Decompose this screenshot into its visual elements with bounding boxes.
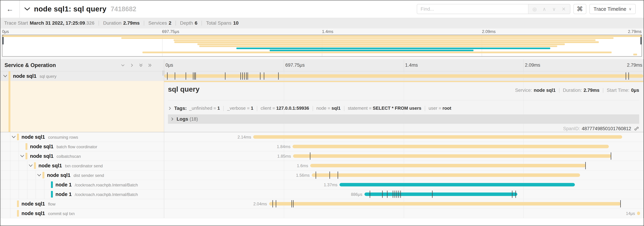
span-expander-chevron-icon[interactable]: [28, 164, 33, 167]
expand-one-chevron-right-icon[interactable]: [130, 63, 134, 68]
span-log-tick: [370, 191, 370, 198]
logs-accordion[interactable]: Logs (18): [168, 114, 639, 124]
span-timeline-cell: 2.04ms: [164, 199, 643, 208]
span-operation-name: /cockroach.roachpb.Internal/Batch: [75, 192, 138, 197]
span-bar[interactable]: [253, 135, 622, 139]
span-tree-cell: node sql1consuming rows: [0, 132, 164, 142]
trace-view-selector-button[interactable]: Trace Timeline ∨: [590, 4, 636, 14]
collapse-all-double-chevron-down-icon[interactable]: [139, 63, 143, 68]
span-expander-chevron-icon[interactable]: [3, 75, 7, 77]
start-time-value: 0μs: [631, 88, 639, 93]
span-row[interactable]: node sql1txn coordinator send1.6ms: [0, 161, 643, 170]
span-bar[interactable]: [164, 74, 643, 78]
span-row[interactable]: node sql1dist sender send1.56ms: [0, 170, 643, 180]
span-service-name: node 1/cockroach.roachpb.Internal/Batch: [56, 189, 138, 199]
span-bar[interactable]: [312, 173, 580, 177]
span-color-bar: [51, 191, 53, 197]
span-log-tick: [396, 191, 397, 198]
minimap-canvas[interactable]: [2, 35, 642, 57]
tree-guide-line: [10, 132, 10, 142]
back-button[interactable]: ←: [0, 0, 20, 18]
span-service-name: node sql1consuming rows: [22, 132, 78, 142]
span-operation-name: batch flow coordinator: [56, 144, 97, 149]
deep-link-icon[interactable]: [634, 126, 639, 131]
command-icon: ⌘: [577, 6, 583, 13]
span-bar[interactable]: [637, 211, 640, 215]
span-expander-chevron-icon[interactable]: [20, 155, 24, 157]
span-color-bar: [51, 181, 53, 188]
tree-guide-line: [2, 209, 2, 218]
collapse-one-chevron-down-icon[interactable]: [120, 63, 125, 68]
span-detail-row: sql query Service: node sql1 Duration: 2…: [0, 81, 643, 132]
span-log-tick: [393, 191, 393, 198]
find-prev-chevron-up-icon[interactable]: ∧: [540, 6, 549, 12]
span-row[interactable]: node sql1flow2.04ms: [0, 199, 643, 209]
span-service-name: node sql1batch flow coordinator: [30, 142, 97, 151]
span-detail-left-gutter: [0, 81, 164, 132]
span-operation-name: /cockroach.roachpb.Internal/Batch: [75, 183, 138, 187]
span-duration-label: 886μs: [351, 189, 362, 199]
collapse-controls: [120, 59, 152, 71]
span-log-tick: [225, 72, 226, 80]
keyboard-shortcuts-button[interactable]: ⌘: [574, 4, 586, 14]
minimap-span-bar: [142, 52, 612, 53]
minimap-span-bar: [270, 50, 474, 51]
timeline-gridline: [284, 170, 284, 180]
trace-info-label: Duration: [103, 20, 122, 26]
span-bar[interactable]: [340, 183, 575, 186]
find-next-chevron-down-icon[interactable]: ∨: [549, 6, 559, 12]
minimap-tick-label: 0μs: [2, 29, 9, 34]
span-row[interactable]: node sql1consuming rows2.14ms: [0, 132, 643, 142]
chevron-right-icon: [170, 117, 174, 121]
span-color-bar: [8, 71, 10, 81]
tree-guide-line: [2, 132, 2, 142]
column-resize-grip[interactable]: [162, 71, 165, 76]
collapse-trace-chevron-icon[interactable]: [24, 7, 30, 11]
span-log-tick: [244, 72, 245, 80]
span-tree-cell: node 1/cockroach.roachpb.Internal/Batch: [0, 189, 164, 199]
span-bar[interactable]: [292, 145, 609, 148]
minimap-tick-label: 2.79ms: [628, 29, 642, 34]
span-bar[interactable]: [293, 154, 611, 158]
span-expander-chevron-icon[interactable]: [12, 136, 16, 138]
logs-label: Logs: [176, 116, 188, 122]
span-row[interactable]: node sql1colbatchscan1.85ms: [0, 151, 643, 161]
find-input[interactable]: [417, 4, 528, 14]
span-color-bar: [26, 143, 28, 150]
tags-accordion[interactable]: Tags: _unfinished = 1_verbose = 1client …: [168, 103, 639, 113]
tag-separator: [344, 106, 344, 111]
minimap-span-bar: [198, 43, 565, 45]
span-row[interactable]: node sql1commit sql txn14μs: [0, 209, 643, 218]
timeline-gridline: [524, 189, 524, 199]
tree-guide-line: [2, 151, 2, 161]
expand-all-double-chevron-right-icon[interactable]: [148, 63, 152, 68]
service-label: Service:: [515, 88, 532, 93]
axis-tick-label: 697.75μs: [284, 59, 305, 71]
tree-guide-line: [2, 161, 2, 170]
tree-guide-line: [2, 142, 2, 151]
clear-find-close-icon[interactable]: ✕: [559, 6, 568, 12]
tree-guide-line: [10, 170, 10, 180]
span-row[interactable]: node 1/cockroach.roachpb.Internal/Batch8…: [0, 189, 643, 199]
span-log-tick: [387, 191, 388, 198]
trace-timeline-page: ← node sql1: sql query 7418682 ◎ ∧ ∨ ✕ ⌘: [0, 0, 644, 226]
span-color-bar: [8, 81, 10, 132]
span-expander-chevron-icon[interactable]: [37, 174, 41, 176]
span-duration-label: 14μs: [626, 209, 635, 218]
span-log-tick: [338, 171, 338, 179]
trace-info-value: 2.79ms: [123, 20, 140, 26]
tree-guide-line: [10, 189, 10, 199]
span-row[interactable]: node 1/cockroach.roachpb.Internal/Batch1…: [0, 180, 643, 189]
span-duration-label: 1.85ms: [277, 151, 291, 161]
span-bar[interactable]: [269, 202, 621, 205]
tag-separator: [313, 106, 313, 111]
minimap-span-row: [2, 37, 642, 39]
span-row[interactable]: node sql1sql query: [0, 71, 643, 81]
span-bar[interactable]: [310, 164, 586, 167]
span-row[interactable]: node sql1batch flow coordinator1.84ms: [0, 142, 643, 151]
locate-span-icon[interactable]: ◎: [530, 6, 540, 12]
trace-summary-bar: Trace StartMarch 31 2022, 17:25:09.326Du…: [0, 18, 644, 29]
minimap-span-bar: [236, 48, 550, 49]
span-timeline-cell: 1.85ms: [164, 151, 643, 161]
trace-info-label: Trace Start: [4, 20, 28, 26]
